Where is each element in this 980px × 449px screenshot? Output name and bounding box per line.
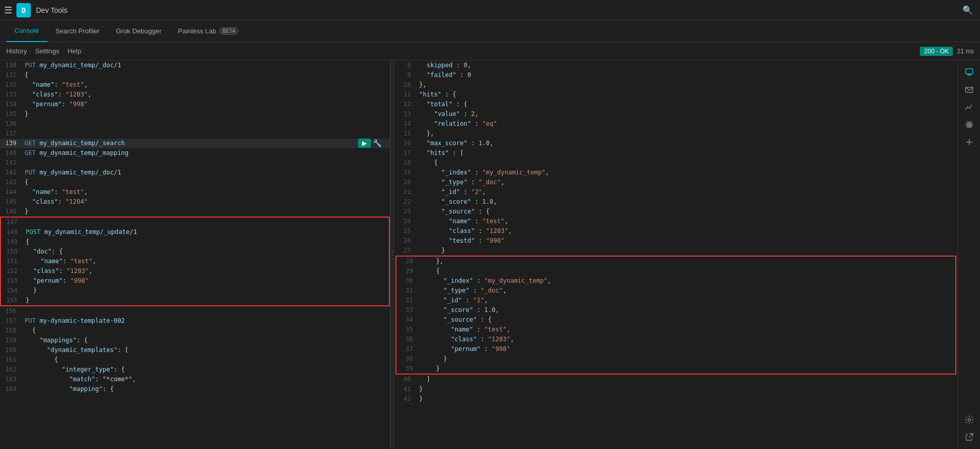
line-content[interactable]: "doc": {: [22, 247, 63, 257]
output-line-content: "hits" : {: [415, 90, 456, 100]
output-line-content: },: [415, 129, 434, 139]
tab-grok-debugger[interactable]: Grok Debugger: [108, 21, 170, 42]
sidebar-external-link-icon[interactable]: [962, 430, 977, 445]
line-content[interactable]: "class": "1203",: [22, 266, 92, 276]
hamburger-menu[interactable]: ☰: [4, 5, 12, 16]
output-line-content: {: [415, 158, 438, 168]
output-line-number: 19: [394, 168, 415, 178]
output-line-number: 42: [394, 394, 415, 404]
editor-line-row: 132 "name": "test",: [0, 80, 390, 90]
output-line-row: 26 "testd" : "990": [394, 236, 957, 246]
output-line-row: 27 }: [394, 246, 957, 256]
line-content[interactable]: }: [22, 286, 37, 296]
sidebar-settings-icon[interactable]: [962, 412, 977, 427]
output-line-number: 12: [394, 100, 415, 109]
line-content[interactable]: "mappings": {: [21, 336, 88, 345]
line-content[interactable]: "class": "1203",: [21, 90, 91, 100]
output-line-row: 24 "name" : "test",: [394, 217, 957, 226]
line-content[interactable]: [21, 129, 25, 139]
tab-search-profiler[interactable]: Search Profiler: [47, 21, 108, 42]
output-line-content: }: [417, 364, 440, 374]
line-content[interactable]: [21, 158, 25, 168]
output-line-row: 17 "hits" : [: [394, 148, 957, 158]
output-line-content: "relation" : "eq": [415, 119, 497, 129]
output-line-row: 12 "total" : {: [394, 100, 957, 109]
sidebar-plus-icon[interactable]: [962, 134, 977, 150]
line-content[interactable]: }: [21, 207, 28, 217]
line-content[interactable]: PUT my_dynamic_temp/_doc/1: [21, 61, 121, 70]
right-sidebar: [957, 61, 980, 449]
line-content[interactable]: }: [21, 109, 28, 119]
output-line-number: 18: [394, 158, 415, 168]
line-content[interactable]: "match": "*come*",: [21, 375, 136, 384]
help-button[interactable]: Help: [67, 47, 81, 55]
line-content[interactable]: "dynamic_templates": [: [21, 345, 128, 355]
line-content[interactable]: [21, 119, 25, 129]
line-content[interactable]: {: [21, 355, 58, 365]
settings-button[interactable]: Settings: [35, 47, 59, 55]
line-content[interactable]: GET my_dynamic_temp/_search: [21, 139, 125, 148]
output-line-content: "testd" : "990": [415, 236, 504, 246]
editor-line-row: 154 }: [0, 286, 390, 296]
output-line-row: 30 "_index" : "my_dynamic_temp",: [395, 276, 956, 286]
tab-console[interactable]: Console: [6, 21, 47, 42]
line-content[interactable]: {: [21, 178, 28, 187]
run-button[interactable]: ▶: [358, 139, 371, 148]
editor-line-row: 149 {: [0, 237, 390, 247]
action-bar-right: 200 - OK 21 ms: [920, 47, 974, 56]
line-content[interactable]: {: [21, 70, 28, 80]
editor-line-row: 163 "match": "*come*",: [0, 375, 390, 384]
sidebar-mail-icon[interactable]: [962, 82, 977, 97]
panel-divider[interactable]: ⋮: [390, 61, 394, 449]
editor-line-row: 147: [0, 217, 390, 227]
editor-line-row: 146 }: [0, 207, 390, 217]
sidebar-atom-icon[interactable]: [962, 117, 977, 132]
line-content[interactable]: "pernum": "998": [21, 100, 88, 109]
editor-line-row: 151 "name": "test",: [0, 257, 390, 266]
output-line-row: 9 "failed" : 0: [394, 70, 957, 80]
line-content[interactable]: "pernum": "998": [22, 276, 89, 286]
output-line-number: 13: [394, 109, 415, 119]
editor-line-row: 164 "mapping": {: [0, 384, 390, 394]
line-content[interactable]: [21, 306, 25, 316]
output-line-row: 23 "_source" : {: [394, 207, 957, 217]
line-content[interactable]: "mapping": {: [21, 384, 114, 394]
editor-line-row: 158 {: [0, 326, 390, 336]
tab-painless-lab[interactable]: Painless Lab BETA: [170, 21, 247, 42]
line-content[interactable]: "name": "test",: [21, 80, 88, 90]
line-number: 144: [0, 187, 21, 197]
output-line-row: 10 },: [394, 80, 957, 90]
line-content[interactable]: {: [21, 326, 36, 336]
search-global-icon[interactable]: 🔍: [959, 3, 976, 17]
history-button[interactable]: History: [6, 47, 27, 55]
line-content[interactable]: PUT my_dynamic_temp/_doc/1: [21, 168, 121, 178]
output-line-row: 29 {: [395, 266, 956, 276]
line-number: 147: [1, 218, 22, 227]
line-number: 151: [1, 257, 22, 266]
output-line-number: 25: [394, 226, 415, 236]
editor-line-row: 142 PUT my_dynamic_temp/_doc/1: [0, 168, 390, 178]
output-line-row: 20 "_type" : "_doc",: [394, 178, 957, 187]
line-content[interactable]: GET my_dynamic_temp/_mapping: [21, 148, 128, 158]
line-content[interactable]: "name": "test",: [21, 187, 88, 197]
sidebar-canvas-icon[interactable]: [962, 65, 977, 80]
line-content[interactable]: }: [22, 296, 29, 305]
line-content[interactable]: POST my_dynamic_temp/_update/1: [22, 227, 137, 237]
line-content[interactable]: "class": "1204": [21, 197, 88, 207]
line-content[interactable]: {: [22, 237, 29, 247]
line-content[interactable]: [22, 218, 26, 227]
output-line-content: "_index" : "my_dynamic_temp",: [415, 168, 549, 178]
line-content[interactable]: "name": "test",: [22, 257, 96, 266]
wrench-button[interactable]: 🔧: [373, 139, 382, 147]
line-content[interactable]: "integer_type": {: [21, 365, 125, 375]
line-number: 134: [0, 100, 21, 109]
app-icon: D: [16, 3, 31, 17]
editor-line-row: 145 "class": "1204": [0, 197, 390, 207]
output-line-number: 26: [394, 236, 415, 246]
output-line-number: 11: [394, 90, 415, 100]
sidebar-chart-icon[interactable]: [962, 100, 977, 115]
line-number: 161: [0, 355, 21, 365]
line-content[interactable]: PUT my-dynamic-template-002: [21, 316, 125, 326]
top-bar-right: 🔍: [959, 3, 976, 17]
output-line-row: 19 "_index" : "my_dynamic_temp",: [394, 168, 957, 178]
